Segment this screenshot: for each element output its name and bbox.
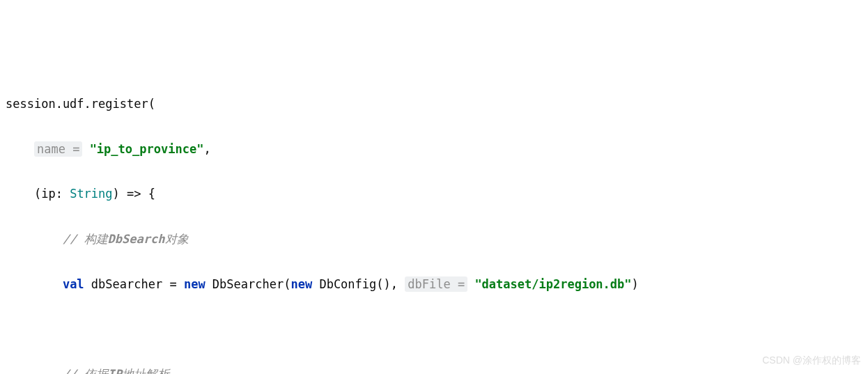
text: ) => {	[113, 187, 155, 201]
param-hint-dbfile: dbFile =	[405, 276, 467, 292]
code-line-6: // 依据IP地址解析	[6, 363, 862, 374]
param-hint-name: name =	[34, 141, 82, 157]
text: DbConfig(),	[312, 277, 405, 291]
text: ,	[203, 142, 210, 156]
code-line-2: name = "ip_to_province",	[6, 138, 862, 160]
text: (ip:	[34, 187, 70, 201]
watermark: CSDN @涂作权的博客	[762, 351, 861, 370]
code-line-blank	[6, 318, 862, 340]
keyword-new: new	[290, 277, 312, 291]
code-line-4: // 构建DbSearch对象	[6, 228, 862, 250]
comment: // 依据IP地址解析	[63, 367, 169, 374]
text: session.udf.register(	[6, 97, 155, 111]
type-ref: String	[70, 187, 112, 201]
comment: // 构建DbSearch对象	[63, 232, 189, 246]
text: dbSearcher =	[84, 277, 184, 291]
keyword-val: val	[63, 277, 84, 291]
code-line-5: val dbSearcher = new DbSearcher(new DbCo…	[6, 273, 862, 295]
keyword-new: new	[184, 277, 206, 291]
text: DbSearcher(	[206, 277, 291, 291]
code-line-1: session.udf.register(	[6, 93, 862, 115]
string-literal: "dataset/ip2region.db"	[474, 277, 631, 291]
string-literal: "ip_to_province"	[90, 142, 204, 156]
code-line-3: (ip: String) => {	[6, 182, 862, 205]
text: )	[632, 277, 639, 291]
